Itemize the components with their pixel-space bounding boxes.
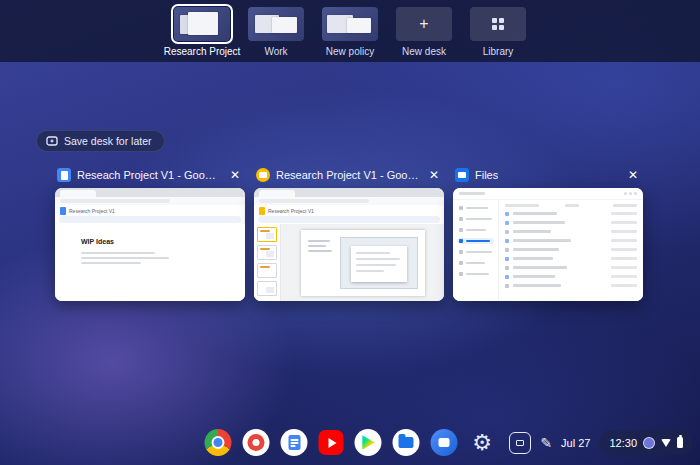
browser-tab-strip	[254, 188, 444, 197]
files-toolbar	[453, 188, 643, 200]
files-title-placeholder	[459, 192, 485, 195]
window-title: Research Project V1 - Google slides	[276, 169, 420, 181]
mini-window	[347, 18, 371, 33]
doc-title: Research Project V1	[69, 208, 115, 214]
files-body	[453, 200, 643, 301]
save-desk-icon	[46, 135, 58, 147]
chrome-icon[interactable]	[205, 429, 232, 456]
slide-thumbnail	[257, 245, 277, 260]
desk-item-work[interactable]: Work	[246, 7, 306, 62]
add-icon: +	[419, 16, 428, 32]
sidebar-item	[457, 249, 494, 255]
screenshot-dialog	[351, 246, 407, 282]
new-desk-tile[interactable]: +	[396, 7, 452, 41]
stylus-icon[interactable]: ✎	[540, 435, 552, 451]
close-icon[interactable]: ✕	[625, 168, 641, 182]
files-list	[499, 200, 643, 301]
window-title: Reseach Project V1 - Google docs	[77, 169, 221, 181]
tray-date[interactable]: Jul 27	[561, 437, 590, 449]
file-row	[505, 284, 637, 288]
slide-screenshot	[340, 237, 418, 289]
toolbar-icons-placeholder	[624, 192, 637, 195]
files-sidebar	[453, 200, 499, 301]
play-store-icon[interactable]	[355, 429, 382, 456]
shelf-app-icons: ⚙	[205, 429, 496, 456]
library-tile[interactable]	[470, 7, 526, 41]
desk-item-new-policy[interactable]: New policy	[320, 7, 380, 62]
files-app-icon	[455, 168, 469, 182]
files-column-headers	[505, 204, 637, 207]
window-thumbnail-slides[interactable]: Research Project V1	[254, 188, 444, 301]
url-placeholder	[259, 199, 369, 203]
desk-thumbnail-research-project[interactable]	[174, 7, 230, 41]
window-header: Research Project V1 - Google slides ✕	[254, 165, 444, 185]
files-app-shelf-icon[interactable]	[393, 429, 420, 456]
text-line-placeholder	[81, 257, 169, 259]
slides-toolbar	[258, 216, 440, 223]
screen-capture-icon[interactable]	[509, 432, 531, 454]
desk-label: Research Project	[164, 46, 241, 57]
avatar-icon	[643, 437, 655, 449]
browser-tab	[60, 190, 96, 197]
slides-mini-icon	[259, 207, 265, 215]
docs-page: WIP Ideas	[55, 224, 245, 301]
desk-thumbnail-new-policy[interactable]	[322, 7, 378, 41]
library-label: Library	[483, 46, 514, 57]
sidebar-item	[457, 227, 494, 233]
browser-address-bar	[55, 197, 245, 205]
slide-thumbnail	[257, 263, 277, 278]
new-desk-label: New desk	[402, 46, 446, 57]
desk-label: Work	[264, 46, 287, 57]
doc-heading: WIP Ideas	[81, 238, 114, 245]
slide-canvas	[281, 224, 444, 301]
save-desk-button[interactable]: Save desk for later	[36, 130, 165, 152]
chat-app-icon[interactable]	[431, 429, 458, 456]
status-tray: ✎ Jul 27 12:30	[509, 430, 693, 455]
docs-mini-icon	[60, 207, 66, 215]
slides-body	[254, 224, 444, 301]
sidebar-item	[457, 271, 494, 277]
file-row	[505, 275, 637, 279]
close-icon[interactable]: ✕	[426, 168, 442, 182]
text-line-placeholder	[308, 245, 326, 247]
youtube-icon[interactable]	[319, 430, 344, 455]
window-card-files[interactable]: Files ✕	[453, 165, 643, 301]
window-card-google-docs[interactable]: Reseach Project V1 - Google docs ✕ Resea…	[55, 165, 245, 301]
battery-icon	[677, 437, 683, 448]
red-white-app-icon[interactable]	[243, 429, 270, 456]
browser-tab-strip	[55, 188, 245, 197]
wifi-icon	[661, 439, 671, 447]
mini-window	[272, 17, 297, 33]
sidebar-item	[457, 260, 494, 266]
window-cards: Reseach Project V1 - Google docs ✕ Resea…	[55, 165, 643, 301]
doc-header: Research Project V1	[254, 205, 444, 216]
desk-bar: Research Project Work New policy +	[0, 0, 700, 62]
file-row	[505, 266, 637, 270]
settings-gear-icon[interactable]: ⚙	[469, 429, 496, 456]
browser-address-bar	[254, 197, 444, 205]
window-title: Files	[475, 169, 498, 181]
file-row	[505, 257, 637, 261]
desk-thumbnail-work[interactable]	[248, 7, 304, 41]
current-slide	[301, 230, 425, 296]
library-grid-icon	[492, 18, 504, 30]
shelf: ⚙ ✎ Jul 27 12:30	[0, 419, 700, 465]
window-thumbnail-files[interactable]	[453, 188, 643, 301]
file-row	[505, 230, 637, 234]
status-pill[interactable]: 12:30	[599, 430, 693, 455]
close-icon[interactable]: ✕	[227, 168, 243, 182]
text-line-placeholder	[308, 250, 332, 252]
new-desk-button[interactable]: + New desk	[394, 7, 454, 62]
text-line-placeholder	[308, 240, 330, 242]
file-row	[505, 221, 637, 225]
url-placeholder	[60, 199, 170, 203]
window-thumbnail-docs[interactable]: Research Project V1 WIP Ideas	[55, 188, 245, 301]
google-docs-app-icon[interactable]	[281, 429, 308, 456]
window-card-google-slides[interactable]: Research Project V1 - Google slides ✕ Re…	[254, 165, 444, 301]
window-header: Reseach Project V1 - Google docs ✕	[55, 165, 245, 185]
sidebar-item-selected	[457, 238, 494, 244]
library-button[interactable]: Library	[468, 7, 528, 62]
file-row	[505, 248, 637, 252]
slide-thumbnail	[257, 281, 277, 296]
desk-item-research-project[interactable]: Research Project	[172, 7, 232, 62]
